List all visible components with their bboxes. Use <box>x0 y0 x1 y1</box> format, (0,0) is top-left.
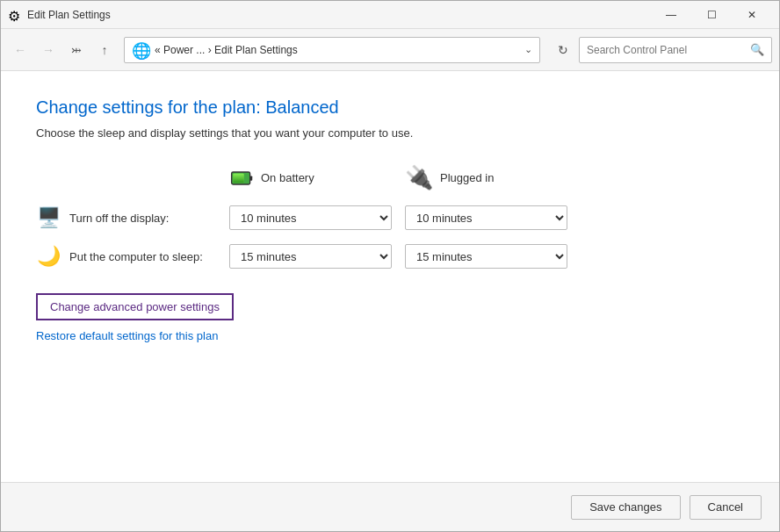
search-box[interactable]: 🔍 <box>579 37 772 63</box>
close-button[interactable]: ✕ <box>732 1 772 29</box>
plan-title: Change settings for the plan: Balanced <box>36 97 744 118</box>
up-button[interactable]: ↑ <box>92 38 117 62</box>
plug-icon: 🔌 <box>405 164 433 191</box>
sleep-setting-row: 🌙 Put the computer to sleep: 1 minute 2 … <box>36 244 744 269</box>
address-text: « Power ... › Edit Plan Settings <box>155 44 524 56</box>
refresh-button[interactable]: ↻ <box>551 38 575 62</box>
cancel-button[interactable]: Cancel <box>690 495 762 520</box>
settings-grid: On battery 🔌 Plugged in 🖥️ Turn off the … <box>36 164 744 269</box>
plugged-column-label: Plugged in <box>440 171 494 184</box>
search-icon[interactable]: 🔍 <box>750 43 764 56</box>
monitor-icon: 🖥️ <box>36 206 61 229</box>
links-section: Change advanced power settings Restore d… <box>36 293 744 342</box>
display-label: Turn off the display: <box>69 212 169 225</box>
recent-locations-button[interactable]: ⤔ <box>64 38 89 62</box>
sleep-icon: 🌙 <box>36 245 61 268</box>
restore-defaults-link[interactable]: Restore default settings for this plan <box>36 329 744 342</box>
toolbar: ← → ⤔ ↑ 🌐 « Power ... › Edit Plan Settin… <box>1 29 779 71</box>
titlebar: ⚙ Edit Plan Settings — ☐ ✕ <box>1 1 779 29</box>
sleep-label-container: 🌙 Put the computer to sleep: <box>36 245 229 268</box>
battery-column-header: On battery <box>229 166 405 191</box>
save-changes-button[interactable]: Save changes <box>571 495 680 520</box>
search-input[interactable] <box>587 44 750 56</box>
content-area: Change settings for the plan: Balanced C… <box>1 71 779 482</box>
display-plugged-select[interactable]: 1 minute 2 minutes 3 minutes 5 minutes 1… <box>405 205 567 230</box>
sleep-battery-select[interactable]: 1 minute 2 minutes 3 minutes 5 minutes 1… <box>229 244 392 269</box>
battery-icon <box>229 166 254 191</box>
sleep-label: Put the computer to sleep: <box>69 250 203 263</box>
main-window: ⚙ Edit Plan Settings — ☐ ✕ ← → ⤔ ↑ 🌐 « P… <box>0 0 780 532</box>
maximize-button[interactable]: ☐ <box>691 1 732 29</box>
window-title: Edit Plan Settings <box>27 9 651 21</box>
sleep-plugged-select[interactable]: 1 minute 2 minutes 3 minutes 5 minutes 1… <box>405 244 567 269</box>
titlebar-controls: — ☐ ✕ <box>651 1 772 29</box>
address-dropdown-icon[interactable]: ⌄ <box>524 44 532 55</box>
address-bar[interactable]: 🌐 « Power ... › Edit Plan Settings ⌄ <box>124 37 540 63</box>
plan-description: Choose the sleep and display settings th… <box>36 126 744 140</box>
svg-rect-3 <box>233 173 243 183</box>
display-battery-select[interactable]: 1 minute 2 minutes 3 minutes 5 minutes 1… <box>229 205 392 230</box>
display-setting-row: 🖥️ Turn off the display: 1 minute 2 minu… <box>36 205 744 230</box>
battery-column-label: On battery <box>261 171 314 184</box>
advanced-power-settings-link[interactable]: Change advanced power settings <box>36 293 234 320</box>
back-button[interactable]: ← <box>8 38 32 62</box>
svg-rect-1 <box>250 176 253 180</box>
window-icon: ⚙ <box>8 8 22 22</box>
footer: Save changes Cancel <box>1 482 779 531</box>
display-label-container: 🖥️ Turn off the display: <box>36 206 229 229</box>
address-icon: 🌐 <box>132 41 149 59</box>
plugged-column-header: 🔌 Plugged in <box>405 164 581 191</box>
column-headers: On battery 🔌 Plugged in <box>36 164 744 191</box>
forward-button[interactable]: → <box>36 38 61 62</box>
minimize-button[interactable]: — <box>651 1 691 29</box>
